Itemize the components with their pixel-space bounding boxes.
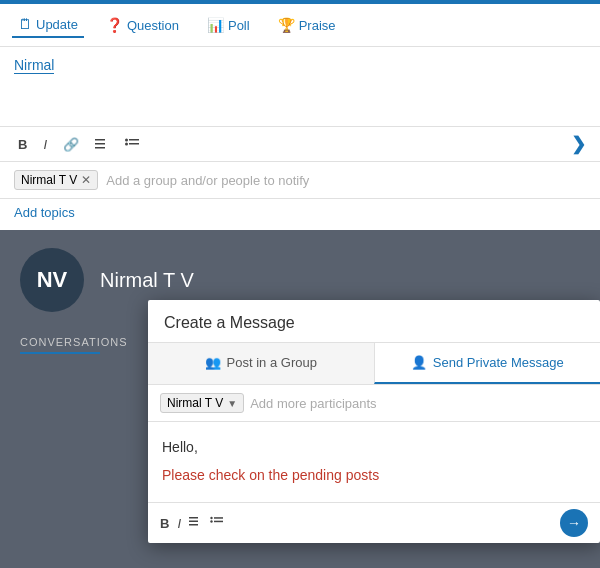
toolbar-overflow[interactable]: ❯ bbox=[571, 133, 586, 155]
tab-poll[interactable]: 📊 Poll bbox=[201, 13, 256, 37]
private-tab-label: Send Private Message bbox=[433, 355, 564, 370]
unordered-list-button[interactable] bbox=[121, 134, 143, 155]
notify-bar: Nirmal T V ✕ Add a group and/or people t… bbox=[0, 162, 600, 199]
post-tabs-bar: 🗒 Update ❓ Question 📊 Poll 🏆 Praise bbox=[0, 4, 600, 47]
modal-italic-button[interactable]: I bbox=[177, 516, 181, 531]
svg-rect-7 bbox=[189, 517, 198, 519]
notify-tag-chip[interactable]: Nirmal T V ✕ bbox=[14, 170, 98, 190]
avatar: NV bbox=[20, 248, 84, 312]
svg-point-10 bbox=[210, 517, 212, 519]
svg-rect-0 bbox=[95, 139, 105, 141]
editor-toolbar: B I 🔗 ❯ bbox=[0, 127, 600, 162]
add-participants-text[interactable]: Add more participants bbox=[250, 396, 376, 411]
tab-update[interactable]: 🗒 Update bbox=[12, 12, 84, 38]
participant-label: Nirmal T V bbox=[167, 396, 223, 410]
participant-dropdown-icon[interactable]: ▼ bbox=[227, 398, 237, 409]
avatar-initials: NV bbox=[37, 267, 68, 293]
modal-tabs: 👥 Post in a Group 👤 Send Private Message bbox=[148, 343, 600, 385]
italic-button[interactable]: I bbox=[39, 135, 51, 154]
svg-rect-6 bbox=[129, 143, 139, 145]
svg-rect-11 bbox=[214, 517, 223, 519]
editor-author-name: Nirmal bbox=[14, 57, 54, 74]
editor-area[interactable]: Nirmal bbox=[0, 47, 600, 127]
modal-bold-button[interactable]: B bbox=[160, 516, 169, 531]
praise-icon: 🏆 bbox=[278, 17, 295, 33]
modal-tab-private[interactable]: 👤 Send Private Message bbox=[374, 343, 601, 384]
bold-button[interactable]: B bbox=[14, 135, 31, 154]
conversations-bar bbox=[20, 352, 100, 354]
participants-bar: Nirmal T V ▼ Add more participants bbox=[148, 385, 600, 422]
notify-tag-label: Nirmal T V bbox=[21, 173, 77, 187]
tab-question[interactable]: ❓ Question bbox=[100, 13, 185, 37]
send-icon: → bbox=[567, 515, 581, 531]
group-tab-label: Post in a Group bbox=[227, 355, 317, 370]
modal-footer-toolbar: B I → bbox=[148, 502, 600, 543]
svg-rect-1 bbox=[95, 143, 105, 145]
send-message-button[interactable]: → bbox=[560, 509, 588, 537]
link-button[interactable]: 🔗 bbox=[59, 135, 83, 154]
tab-update-label: Update bbox=[36, 17, 78, 32]
svg-rect-13 bbox=[214, 521, 223, 523]
message-line1: Hello, bbox=[162, 436, 586, 458]
svg-point-12 bbox=[210, 520, 212, 522]
message-line2: Please check on the pending posts bbox=[162, 464, 586, 486]
tab-praise-label: Praise bbox=[299, 18, 336, 33]
modal-tab-group[interactable]: 👥 Post in a Group bbox=[148, 343, 374, 384]
tab-praise[interactable]: 🏆 Praise bbox=[272, 13, 342, 37]
ordered-list-button[interactable] bbox=[91, 134, 113, 155]
question-icon: ❓ bbox=[106, 17, 123, 33]
modal-unordered-button[interactable] bbox=[210, 515, 223, 531]
participant-chip[interactable]: Nirmal T V ▼ bbox=[160, 393, 244, 413]
group-tab-icon: 👥 bbox=[205, 355, 221, 370]
notify-tag-close[interactable]: ✕ bbox=[81, 173, 91, 187]
tab-question-label: Question bbox=[127, 18, 179, 33]
svg-rect-8 bbox=[189, 521, 198, 523]
create-message-modal: Create a Message 👥 Post in a Group 👤 Sen… bbox=[148, 300, 600, 543]
modal-toolbar-separator: → bbox=[560, 509, 588, 537]
modal-ordered-button[interactable] bbox=[189, 515, 202, 531]
profile-name: Nirmal T V bbox=[100, 269, 194, 292]
svg-rect-4 bbox=[129, 139, 139, 141]
svg-point-3 bbox=[125, 138, 128, 141]
svg-point-5 bbox=[125, 142, 128, 145]
update-icon: 🗒 bbox=[18, 16, 32, 32]
message-body[interactable]: Hello, Please check on the pending posts bbox=[148, 422, 600, 502]
svg-rect-9 bbox=[189, 524, 198, 526]
poll-icon: 📊 bbox=[207, 17, 224, 33]
add-topics-link[interactable]: Add topics bbox=[0, 199, 600, 226]
private-tab-icon: 👤 bbox=[411, 355, 427, 370]
notify-placeholder-text[interactable]: Add a group and/or people to notify bbox=[106, 173, 309, 188]
modal-title: Create a Message bbox=[148, 300, 600, 343]
tab-poll-label: Poll bbox=[228, 18, 250, 33]
svg-rect-2 bbox=[95, 147, 105, 149]
